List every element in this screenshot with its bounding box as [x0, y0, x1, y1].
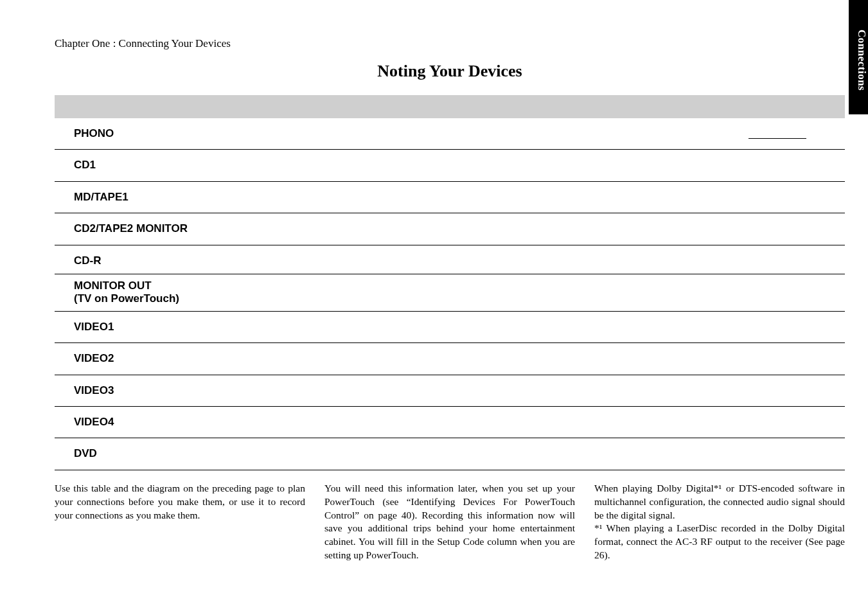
monitor-out-line2: (TV on PowerTouch) [74, 292, 179, 305]
row-dvd: DVD [55, 438, 845, 470]
row-label-cd1: CD1 [74, 159, 96, 172]
body-text-2: You will need this information later, wh… [324, 482, 575, 563]
body-text-3: When playing Dolby Digital*¹ or DTS-enco… [594, 482, 845, 522]
row-label-phono: PHONO [74, 127, 114, 140]
body-text-1: Use this table and the diagram on the pr… [55, 482, 305, 522]
body-text-3-footnote: *¹ When playing a LaserDisc recorded in … [594, 522, 845, 562]
row-video2: VIDEO2 [55, 343, 845, 375]
body-col-1: Use this table and the diagram on the pr… [55, 482, 305, 563]
side-tab-connections: Connections [849, 0, 868, 114]
row-label-cd-r: CD-R [74, 254, 102, 267]
row-monitor-out: MONITOR OUT (TV on PowerTouch) [55, 274, 845, 312]
row-cd1: CD1 [55, 150, 845, 181]
row-md-tape1: MD/TAPE1 [55, 182, 845, 213]
row-cd2-tape2-monitor: CD2/TAPE2 MONITOR [55, 213, 845, 245]
row-phono: PHONO [55, 118, 845, 150]
monitor-out-line1: MONITOR OUT [74, 280, 152, 292]
page-title: Noting Your Devices [55, 62, 845, 81]
row-label-cd2-tape2-monitor: CD2/TAPE2 MONITOR [74, 222, 188, 235]
row-label-dvd: DVD [74, 447, 97, 460]
row-video1: VIDEO1 [55, 312, 845, 343]
row-cd-r: CD-R [55, 245, 845, 274]
row-video4: VIDEO4 [55, 407, 845, 438]
row-label-video4: VIDEO4 [74, 416, 114, 429]
row-label-video3: VIDEO3 [74, 384, 114, 397]
row-label-video1: VIDEO1 [74, 321, 114, 333]
body-col-3: When playing Dolby Digital*¹ or DTS-enco… [594, 482, 845, 563]
fill-line-phono [748, 138, 806, 139]
row-video3: VIDEO3 [55, 375, 845, 407]
chapter-heading: Chapter One : Connecting Your Devices [55, 37, 845, 50]
body-columns: Use this table and the diagram on the pr… [55, 482, 845, 563]
row-label-video2: VIDEO2 [74, 352, 114, 365]
body-col-2: You will need this information later, wh… [324, 482, 575, 563]
row-label-monitor-out: MONITOR OUT (TV on PowerTouch) [74, 280, 179, 306]
row-label-md-tape1: MD/TAPE1 [74, 191, 128, 204]
table-header-bar [55, 95, 845, 118]
